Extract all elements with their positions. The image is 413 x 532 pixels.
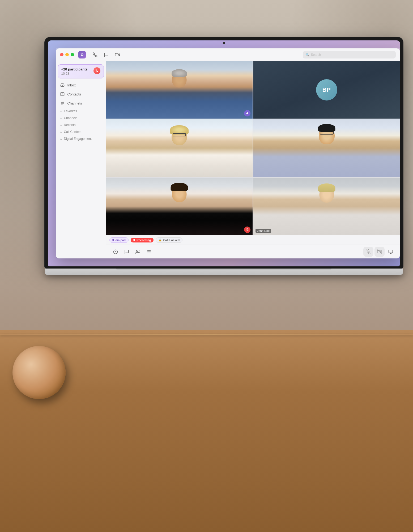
chat-button[interactable] <box>122 247 132 257</box>
recents-section-label: Recents <box>64 123 76 127</box>
laptop-screen: 🔍 Search +20 participan <box>48 40 400 266</box>
app-logo <box>78 51 86 58</box>
dialpad-logo-icon <box>80 52 84 57</box>
nav-icons <box>92 52 120 58</box>
laptop: 🔍 Search +20 participan <box>45 37 403 275</box>
sidebar: +20 participants 10:28 <box>56 61 106 258</box>
phone-nav-icon[interactable] <box>92 52 98 58</box>
sidebar-item-channels[interactable]: Channels <box>56 99 106 108</box>
speaker-indicator-1 <box>244 110 250 116</box>
recording-dot <box>133 239 135 241</box>
dialpad-pill-label: dialpad <box>116 238 126 242</box>
call-centers-section-label: Call Centers <box>64 130 82 134</box>
recording-pill: Recording <box>131 238 154 242</box>
laptop-hinge <box>116 269 331 270</box>
participants-button[interactable] <box>133 247 143 257</box>
svg-rect-3 <box>115 53 118 56</box>
laptop-screen-outer: 🔍 Search +20 participan <box>45 37 403 269</box>
svg-point-14 <box>136 250 138 252</box>
phone-icon <box>95 69 99 72</box>
lock-icon: 🔒 <box>159 238 162 241</box>
contacts-label: Contacts <box>67 92 81 96</box>
inbox-icon <box>60 83 65 87</box>
search-icon: 🔍 <box>305 53 309 57</box>
close-button[interactable] <box>60 53 63 56</box>
dialpad-pill: dialpad <box>109 237 129 243</box>
chevron-icon: ∧ <box>60 124 62 127</box>
digital-engagement-section-label: Digital Engagement <box>64 137 92 141</box>
laptop-base <box>45 269 403 275</box>
video-cell-5 <box>106 178 253 235</box>
sidebar-item-inbox[interactable]: Inbox <box>56 81 106 90</box>
video-nav-icon[interactable] <box>114 52 120 58</box>
active-call-title: +20 participants <box>61 67 93 71</box>
channels-label: Channels <box>67 101 82 105</box>
laptop-container: 🔍 Search +20 participan <box>13 37 413 511</box>
chevron-icon: ∧ <box>60 137 62 140</box>
mute-indicator-5 <box>244 227 250 233</box>
maximize-button[interactable] <box>71 53 74 56</box>
svg-rect-21 <box>389 250 393 253</box>
screen-share-button[interactable] <box>386 247 396 257</box>
traffic-lights <box>60 53 74 56</box>
info-button[interactable] <box>110 247 121 257</box>
inbox-label: Inbox <box>67 83 76 87</box>
video-toggle-button[interactable] <box>374 247 385 257</box>
active-call-text: +20 participants 10:28 <box>61 67 93 76</box>
toolbar-left-section <box>110 247 363 257</box>
toolbar-right-section <box>363 247 396 257</box>
video-cell-4 <box>253 119 400 177</box>
chevron-icon: ∧ <box>60 131 62 133</box>
video-cell-1 <box>106 61 253 119</box>
status-bar: dialpad Recording 🔒 Call Locked <box>106 235 400 245</box>
bp-avatar: BP <box>316 79 337 100</box>
search-bar[interactable]: 🔍 Search <box>303 51 396 58</box>
chat-nav-icon[interactable] <box>103 52 109 58</box>
video-area: BP <box>106 61 400 258</box>
sidebar-section-recents[interactable]: ∧ Recents <box>56 122 106 128</box>
active-call-duration: 10:28 <box>61 72 93 76</box>
chevron-icon: ∧ <box>60 110 62 113</box>
settings-button[interactable] <box>144 247 154 257</box>
mute-button[interactable] <box>363 247 373 257</box>
main-layout: +20 participants 10:28 <box>56 61 400 258</box>
contacts-icon <box>60 92 65 97</box>
video-cell-6: John Doe <box>253 178 400 235</box>
svg-point-1 <box>81 54 83 55</box>
recording-pill-label: Recording <box>137 238 151 242</box>
laptop-screen-bezel: 🔍 Search +20 participan <box>48 40 400 266</box>
favorites-section-label: Favorites <box>64 109 77 113</box>
search-placeholder-text: Search <box>311 53 321 57</box>
bp-avatar-container: BP <box>253 61 400 119</box>
sidebar-item-contacts[interactable]: Contacts <box>56 90 106 99</box>
video-cell-2: BP <box>253 61 400 119</box>
active-call-card[interactable]: +20 participants 10:28 <box>58 64 104 78</box>
minimize-button[interactable] <box>65 53 69 56</box>
svg-line-7 <box>62 102 62 105</box>
participant-name-badge-6: John Doe <box>256 229 271 233</box>
camera-notch <box>223 42 225 44</box>
svg-marker-2 <box>118 54 120 56</box>
sidebar-section-digital-engagement[interactable]: ∧ Digital Engagement <box>56 135 106 142</box>
svg-line-8 <box>63 102 63 105</box>
locked-pill: 🔒 Call Locked <box>156 237 182 243</box>
sidebar-section-channels[interactable]: ∧ Channels <box>56 115 106 122</box>
bottom-toolbar <box>106 245 400 258</box>
channels-section-label: Channels <box>64 116 78 120</box>
sidebar-section-call-centers[interactable]: ∧ Call Centers <box>56 128 106 135</box>
video-grid: BP <box>106 61 400 235</box>
chevron-icon: ∧ <box>60 117 62 120</box>
title-bar: 🔍 Search <box>56 48 400 61</box>
sidebar-section-favorites[interactable]: ∧ Favorites <box>56 108 106 115</box>
video-cell-3 <box>106 119 253 177</box>
dialpad-pill-dot <box>112 239 114 241</box>
locked-pill-label: Call Locked <box>163 238 180 242</box>
hash-icon <box>60 101 65 106</box>
app-window: 🔍 Search +20 participan <box>56 48 400 258</box>
call-status-indicator <box>93 67 100 74</box>
